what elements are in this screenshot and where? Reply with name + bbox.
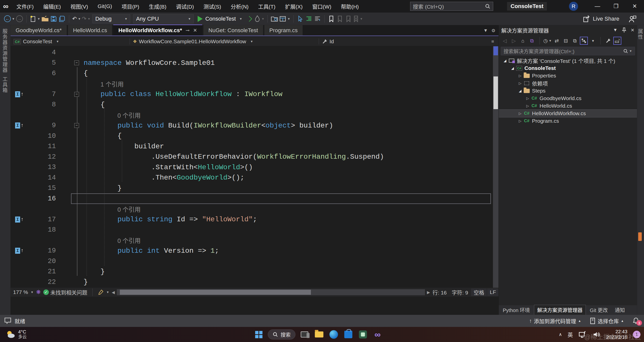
pinned-app-button[interactable] xyxy=(357,329,369,340)
code-line[interactable]: 12 .UseDefaultErrorBehavior(WorkflowErro… xyxy=(11,152,498,162)
save-button[interactable] xyxy=(50,14,57,24)
fold-collapse-icon[interactable]: − xyxy=(74,123,79,128)
microsoft-store-button[interactable] xyxy=(343,329,354,340)
tree-item[interactable]: ▷C#Program.cs xyxy=(499,117,637,125)
start-debugging-button[interactable]: ConsoleTest ▼ xyxy=(198,16,242,22)
pending-changes-filter-icon[interactable]: ◷▼ xyxy=(543,37,552,45)
menu-item[interactable]: 项目(P) xyxy=(117,0,144,13)
line-number[interactable]: 16 xyxy=(28,195,56,202)
close-tab-icon[interactable]: ✕ xyxy=(193,27,197,33)
breadcrumb-project[interactable]: C# ConsoleTest xyxy=(11,37,55,46)
indent-lines-icon[interactable] xyxy=(305,14,313,24)
line-number[interactable]: 11 xyxy=(28,143,56,150)
line-number[interactable]: 5 xyxy=(28,59,56,67)
select-tool-icon[interactable] xyxy=(297,14,304,24)
menu-item[interactable]: 分析(N) xyxy=(226,0,253,13)
document-tab[interactable]: HelloWorldWorkflow.cs*⊸✕ xyxy=(113,24,202,35)
code-line[interactable]: 18 xyxy=(11,225,498,235)
ime-indicator[interactable]: 英 xyxy=(567,331,573,338)
collapsed-arrow-icon[interactable]: ▷ xyxy=(525,104,530,108)
line-number[interactable]: 10 xyxy=(28,132,56,140)
tree-item[interactable]: ◢解决方案 'ConsoleTest' (1 个项目, 共 1 个) xyxy=(499,57,637,64)
forward-icon[interactable]: ▷ xyxy=(510,37,518,45)
wrench-icon[interactable] xyxy=(604,37,612,45)
code-line[interactable]: 11 builder xyxy=(11,141,498,152)
document-tab[interactable]: GoodbyeWorld.cs* xyxy=(11,25,67,35)
profiler-flame-icon[interactable]: ▼ xyxy=(254,14,264,24)
bookmark-clear-icon[interactable]: ▼ xyxy=(353,14,363,24)
pin-icon[interactable]: ⊸ xyxy=(186,27,190,33)
server-explorer-vertical-tab[interactable]: 服务器资源管理器 xyxy=(2,29,9,73)
menu-item[interactable]: 调试(D) xyxy=(171,0,199,13)
zoom-control[interactable]: 177 %▼ xyxy=(11,289,36,295)
line-number[interactable]: 18 xyxy=(28,226,56,234)
menu-item[interactable]: 窗口(W) xyxy=(307,0,336,13)
tree-item[interactable]: ▷Properties xyxy=(499,72,637,79)
select-repository-button[interactable]: 选择仓库 ▲ xyxy=(590,317,624,325)
codelens-references[interactable]: 0 个引用 xyxy=(117,205,140,213)
fold-collapse-icon[interactable]: − xyxy=(74,92,79,97)
menu-item[interactable]: 文件(F) xyxy=(12,0,39,13)
codelens-row[interactable]: 0 个引用 xyxy=(11,235,498,246)
panel-bottom-tab[interactable]: Git 更改 xyxy=(587,305,611,315)
menu-item[interactable]: 生成(B) xyxy=(144,0,171,13)
tree-item[interactable]: ◢Steps xyxy=(499,87,637,95)
code-line[interactable]: I↑19 public int Version => 1; xyxy=(11,246,498,256)
menu-item[interactable]: 视图(V) xyxy=(66,0,93,13)
horizontal-scrollbar[interactable] xyxy=(117,289,425,295)
line-indicator[interactable]: 行: 16 xyxy=(430,288,449,296)
eol-indicator[interactable]: LF xyxy=(487,288,498,296)
navigate-forward-button[interactable]: → xyxy=(16,14,23,24)
line-number[interactable]: 15 xyxy=(28,184,56,192)
line-number[interactable]: 8 xyxy=(28,101,56,108)
codelens-row[interactable]: 0 个引用 xyxy=(11,204,498,215)
hscroll-left-arrow[interactable]: ◀ xyxy=(112,290,115,295)
file-explorer-button[interactable] xyxy=(314,329,325,340)
notification-center-badge[interactable]: 1 xyxy=(633,331,640,338)
network-display-icon[interactable] xyxy=(578,331,587,338)
code-line[interactable]: 5−namespace WorkflowCore.Sample01 xyxy=(11,58,498,68)
sync-with-active-document-icon[interactable]: ⇄ xyxy=(553,37,561,45)
clock-widget[interactable]: 22:43 2023/2/10 xyxy=(606,329,627,340)
document-tab[interactable]: Program.cs xyxy=(264,25,303,35)
tree-item[interactable]: ▷C#GoodbyeWorld.cs xyxy=(499,95,637,102)
collapse-all-icon[interactable]: ⊟ xyxy=(562,37,570,45)
switch-views-icon[interactable]: ⧉ xyxy=(528,37,536,45)
configuration-combo[interactable]: Debug ▼ xyxy=(92,14,130,23)
back-icon[interactable]: ◁ xyxy=(501,37,509,45)
split-editor-icon[interactable]: ⊞ xyxy=(491,40,494,43)
scrollbar-thumb[interactable] xyxy=(493,76,498,109)
editor-options-gear-icon[interactable]: ⚙ xyxy=(491,28,495,33)
code-line[interactable]: 22} xyxy=(11,277,498,287)
menu-item[interactable]: 编辑(E) xyxy=(39,0,66,13)
comment-lines-icon[interactable] xyxy=(314,14,321,24)
taskbar-search[interactable]: 搜索 xyxy=(268,329,296,339)
line-number[interactable]: 4 xyxy=(28,49,56,56)
redo-button[interactable]: ↷▼ xyxy=(82,14,90,24)
line-number[interactable]: 9 xyxy=(28,122,56,129)
line-number[interactable]: 20 xyxy=(28,258,56,265)
codelens-references[interactable]: 0 个引用 xyxy=(117,111,140,119)
line-number[interactable]: 21 xyxy=(28,268,56,275)
edge-browser-button[interactable] xyxy=(328,329,339,340)
chevron-down-icon[interactable]: ▼ xyxy=(56,40,59,43)
document-tab[interactable]: NuGet: ConsoleTest xyxy=(203,25,263,35)
notifications-button[interactable]: 3 xyxy=(632,317,640,325)
line-number[interactable]: 13 xyxy=(28,163,56,171)
properties-vertical-tab[interactable]: 属性 xyxy=(637,29,644,40)
code-health-indicator[interactable]: ✓ 未找到相关问题 xyxy=(41,288,90,296)
tree-item[interactable]: ▷依赖项 xyxy=(499,79,637,87)
tree-item[interactable]: ▷C#HelloWorld.cs xyxy=(499,102,637,110)
expanded-arrow-icon[interactable]: ◢ xyxy=(517,89,523,93)
expanded-arrow-icon[interactable]: ◢ xyxy=(502,59,508,63)
code-line[interactable]: 6{ xyxy=(11,68,498,79)
hscroll-thumb[interactable] xyxy=(120,290,311,295)
feedback-bubble-icon[interactable] xyxy=(4,317,12,325)
codelens-row[interactable]: 0 个引用 xyxy=(11,110,498,120)
expanded-arrow-icon[interactable]: ◢ xyxy=(510,66,515,70)
panel-bottom-tab[interactable]: Python 环境 xyxy=(500,305,533,315)
code-line[interactable]: I↑9− public void Build(IWorkflowBuilder<… xyxy=(11,120,498,131)
panel-bottom-tab[interactable]: 通知 xyxy=(612,305,628,315)
feedback-icon[interactable] xyxy=(628,15,636,23)
new-file-button[interactable]: ▼ xyxy=(30,14,40,24)
